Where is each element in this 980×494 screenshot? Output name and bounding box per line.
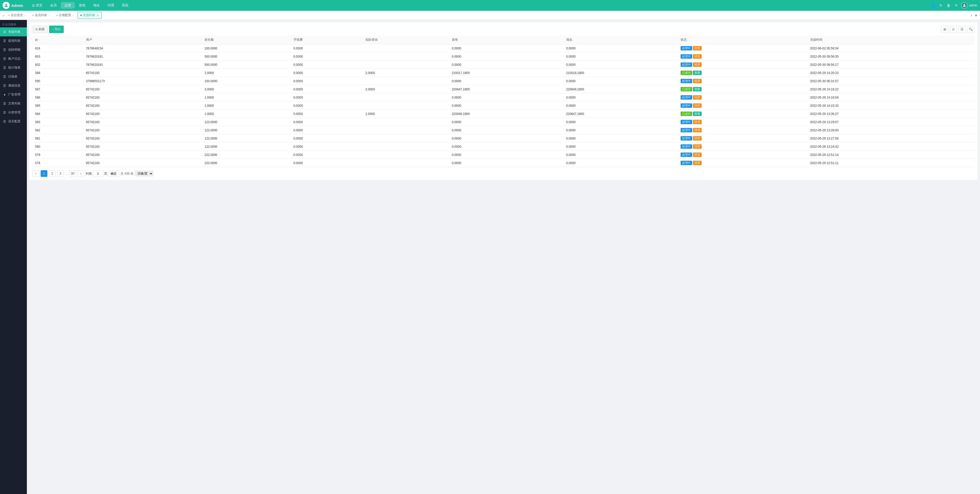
refresh-nav-icon[interactable]: ↻ xyxy=(938,3,943,8)
sidebar-item-withdraw[interactable]: ☰ 提现列表 xyxy=(0,37,27,45)
cell-original: 220646.1800 xyxy=(449,110,564,118)
col-status: 状态 xyxy=(678,35,808,44)
cell-user: 65742183 xyxy=(83,159,202,167)
sidebar-item-categories[interactable]: ☰ 分类管理 xyxy=(0,108,27,117)
cell-amount: 2.0000 xyxy=(202,85,291,93)
action-badge[interactable]: 经理 xyxy=(693,62,702,67)
sidebar-item-articles[interactable]: ☰ 文章列表 xyxy=(0,99,27,108)
action-badge[interactable]: 查看 xyxy=(693,87,702,91)
page-1-btn[interactable]: 1 xyxy=(41,170,47,177)
status-badge[interactable]: 处理中 xyxy=(681,120,692,124)
action-badge[interactable]: 经理 xyxy=(693,161,702,165)
nav-operations[interactable]: 运营 xyxy=(61,2,75,9)
nav-agent[interactable]: 代理 xyxy=(104,2,118,9)
sidebar-item-stats[interactable]: ☰ 统计报表 xyxy=(0,63,27,72)
cell-original: 0.0000 xyxy=(449,102,564,110)
action-badge[interactable]: 经理 xyxy=(693,54,702,59)
cell-id: 585 xyxy=(32,102,83,110)
filter-btn[interactable]: ☰ xyxy=(959,26,966,33)
action-badge[interactable]: 经理 xyxy=(693,104,702,108)
cell-time: 2022-05-29 12:51:14 xyxy=(808,151,974,159)
tab-members[interactable]: 会员列表 › xyxy=(29,12,53,19)
status-badge[interactable]: 处理中 xyxy=(681,104,692,108)
delete-icon[interactable]: 🗑 xyxy=(946,3,951,8)
top-nav: Admin ⊟ 首页 会员 运营 游戏 地址 代理 系统 🌐 ↻ 🗑 ✕ xyxy=(0,0,980,11)
cell-actual: 2.0000 xyxy=(363,85,449,93)
close-nav-icon[interactable]: ✕ xyxy=(953,3,959,8)
status-badge[interactable]: 处理中 xyxy=(681,161,692,165)
export-button[interactable]: ↑ 导出 xyxy=(49,25,64,33)
nav-system[interactable]: 系统 xyxy=(118,2,132,9)
status-badge[interactable]: 处理中 xyxy=(681,95,692,100)
cell-id: 583 xyxy=(32,118,83,126)
nav-home[interactable]: ⊟ 首页 xyxy=(29,2,46,9)
print-btn[interactable]: ⎙ xyxy=(950,26,957,33)
refresh-button[interactable]: ↻ 刷新 xyxy=(32,25,48,33)
tab-close-btn[interactable]: ✕ xyxy=(97,14,99,17)
tab-config[interactable]: 分项配置 › xyxy=(54,12,77,19)
sidebar-item-recharge[interactable]: ☰ 充值列表 xyxy=(0,27,27,37)
cell-fee: 0.0000 xyxy=(291,126,363,134)
sidebar-item-lang[interactable]: ☰ 语言配置 xyxy=(0,117,27,126)
tab-recharge[interactable]: 充值列表 ✕ xyxy=(78,12,102,19)
sidebar-item-account-log[interactable]: ☰ 账户日志 xyxy=(0,54,27,63)
status-badge[interactable]: 处理中 xyxy=(681,79,692,83)
action-badge[interactable]: 经理 xyxy=(693,95,702,100)
nav-members[interactable]: 会员 xyxy=(46,2,60,9)
user-info[interactable]: admin xyxy=(961,2,977,9)
sidebar-item-basic[interactable]: ☰ 基础信息 xyxy=(0,81,27,90)
tab-next-btn[interactable]: › xyxy=(970,13,973,18)
cell-actual xyxy=(363,93,449,102)
tab-dropdown-btn[interactable]: ▾ xyxy=(974,13,978,18)
status-badge[interactable]: 处理中 xyxy=(681,128,692,132)
action-badge[interactable]: 查看 xyxy=(693,112,702,116)
table-row: 580 65742183 122.0000 0.0000 0.0000 0.00… xyxy=(32,143,974,151)
tab-home[interactable]: 后台首页 › xyxy=(5,12,29,19)
sidebar-item-ads[interactable]: ♦ 广告管理 xyxy=(0,90,27,99)
status-badge[interactable]: 处理中 xyxy=(681,46,692,50)
cell-original: 220647.1800 xyxy=(449,85,564,93)
status-badge[interactable]: 处理中 xyxy=(681,54,692,59)
action-badge[interactable]: 经理 xyxy=(693,79,702,83)
page-next-btn[interactable]: › xyxy=(78,170,84,177)
status-badge[interactable]: 处理中 xyxy=(681,144,692,149)
search-btn[interactable]: 🔍 xyxy=(967,26,974,33)
nav-address[interactable]: 地址 xyxy=(89,2,103,9)
cell-time: 2022-05-30 09:56:35 xyxy=(808,53,974,61)
status-badge[interactable]: 处理中 xyxy=(681,62,692,67)
page-size-select[interactable]: 15条/页 30条/页 50条/页 xyxy=(135,171,153,176)
cell-user: 65742183 xyxy=(83,110,202,118)
page-2-btn[interactable]: 2 xyxy=(49,170,56,177)
cell-original: 0.0000 xyxy=(449,143,564,151)
page-prev-btn[interactable]: ‹ xyxy=(32,170,39,177)
page-3-btn[interactable]: 3 xyxy=(57,170,64,177)
status-badge[interactable]: 已成功 xyxy=(681,71,692,75)
action-badge[interactable]: 经理 xyxy=(693,153,702,157)
page-confirm-btn[interactable]: 确定 xyxy=(108,171,119,177)
globe-icon[interactable]: 🌐 xyxy=(931,3,936,8)
sidebar-item-daily[interactable]: ☰ 日报表 xyxy=(0,72,27,81)
grid-view-btn[interactable]: ⊞ xyxy=(941,26,948,33)
cell-id: 584 xyxy=(32,110,83,118)
sidebar-item-transfer[interactable]: ☰ 划转明细 xyxy=(0,45,27,54)
tab-prev-btn[interactable]: ‹ xyxy=(2,13,5,18)
action-badge[interactable]: 经理 xyxy=(693,144,702,149)
cell-actual: 1.0000 xyxy=(363,110,449,118)
status-badge[interactable]: 已成功 xyxy=(681,112,692,116)
action-badge[interactable]: 经理 xyxy=(693,128,702,132)
cell-id: 578 xyxy=(32,159,83,167)
page-input[interactable] xyxy=(93,170,103,177)
nav-games[interactable]: 游戏 xyxy=(75,2,89,9)
status-badge[interactable]: 处理中 xyxy=(681,153,692,157)
cell-current: 0.0000 xyxy=(564,134,678,143)
action-badge[interactable]: 经理 xyxy=(693,120,702,124)
page-label: 页 xyxy=(104,172,107,176)
status-badge[interactable]: 处理中 xyxy=(681,136,692,140)
status-badge[interactable]: 已成功 xyxy=(681,87,692,91)
cell-status: 处理中 经理 xyxy=(678,61,808,69)
action-badge[interactable]: 经理 xyxy=(693,136,702,140)
page-30-btn[interactable]: 30 xyxy=(69,170,76,177)
action-badge[interactable]: 查看 xyxy=(693,71,702,75)
sort-icon[interactable]: ↕ xyxy=(39,39,40,41)
action-badge[interactable]: 经理 xyxy=(693,46,702,50)
